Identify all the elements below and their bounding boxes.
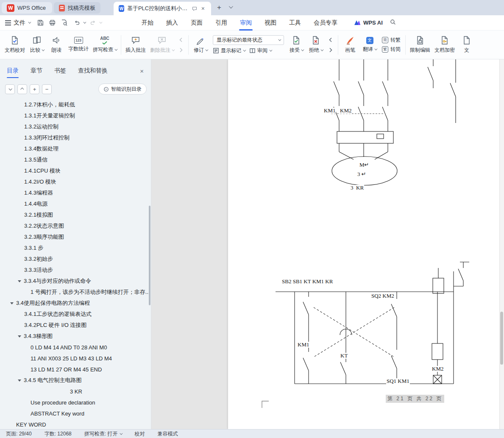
toc-item[interactable]: 1.4.3编程器 (0, 187, 149, 198)
toc-item[interactable]: 1.3.4数据处理 (0, 143, 149, 154)
toc-item[interactable]: ABSTRACT Key word (0, 408, 149, 419)
toc-item[interactable]: 3.4使用起保停电路的方法编程 (0, 298, 149, 309)
menu-tab-view[interactable]: 视图 (258, 15, 283, 31)
word-count-indicator[interactable]: 字数: 12068 (45, 430, 72, 438)
markup-state-dropdown[interactable]: 显示标记的最终状态 (213, 35, 284, 45)
sidebar-tab-find-replace[interactable]: 查找和替换 (78, 67, 108, 75)
toc-item[interactable]: KEY WORD (0, 419, 149, 429)
toc-item[interactable]: 3.3.1 步 (0, 243, 149, 254)
page-indicator[interactable]: 页面: 29/40 (6, 430, 32, 438)
toc-item[interactable]: 3.2.2状态示意图 (0, 220, 149, 232)
zoom-in-button[interactable]: + (30, 84, 39, 94)
next-comment-button[interactable] (177, 46, 185, 54)
toc-item[interactable]: 1.3.1开关量逻辑控制 (0, 110, 149, 121)
expand-arrow-icon[interactable] (10, 302, 14, 304)
toc-item[interactable]: 3.4.1工步状态的逻辑表达式 (0, 309, 149, 320)
file-menu-label: 文件 (14, 19, 25, 27)
insert-comment-button[interactable]: 插入批注 (123, 32, 148, 58)
redo-button[interactable] (87, 17, 101, 28)
menu-tab-home[interactable]: 开始 (135, 15, 160, 31)
word-count-button[interactable]: 123 字数统计 (66, 32, 91, 58)
toc-item[interactable]: Use procedure declaration (0, 397, 149, 408)
print-button[interactable] (47, 17, 58, 28)
sidebar-tab-toc[interactable]: 目录 (7, 67, 19, 75)
toc-item[interactable]: 1.4.2I/O 模块 (0, 176, 149, 187)
tab-list-chevron-icon[interactable] (229, 4, 233, 8)
cutoff-button[interactable]: 文 (457, 32, 476, 58)
close-icon[interactable]: × (200, 5, 206, 12)
toc-item[interactable]: 3.4.3梯形图 (0, 331, 149, 342)
accept-button[interactable]: 接受 (287, 32, 306, 58)
spell-check-button[interactable]: ABC 拼写检查 (91, 32, 119, 58)
doc-proofread-button[interactable]: 文档校对 (3, 32, 27, 58)
toc-item[interactable]: 13 LD M1 27 OR M4 45 END (0, 364, 149, 375)
save-button[interactable] (35, 17, 46, 28)
compat-mode-indicator[interactable]: 兼容模式 (157, 430, 178, 438)
toc-item[interactable]: 3.2.3顺序功能图 (0, 232, 149, 243)
smart-toc-button[interactable]: 智能识别目录 (98, 84, 147, 95)
toc-item[interactable]: 1.3.2运动控制 (0, 121, 149, 132)
toc-item[interactable]: 3.2.1模拟图 (0, 209, 149, 220)
toc-item[interactable]: 3.4.5 电气控制主电路图 (0, 375, 149, 386)
toc-item[interactable]: 3.3.4与步对应的动作或命令 (0, 276, 149, 287)
scrollbar-thumb[interactable] (500, 312, 503, 365)
zoom-out-button[interactable]: − (42, 84, 52, 94)
next-change-button[interactable] (326, 46, 335, 54)
spellcheck-indicator[interactable]: 拼写检查: 打开 (84, 430, 122, 438)
toc-item[interactable]: 0 LD M4 14 AND T0 28 ANI M0 (0, 342, 149, 353)
reject-button[interactable]: 拒绝 (306, 32, 326, 58)
restrict-edit-button[interactable]: 限制编辑 (408, 32, 432, 58)
sidebar-tab-chapters[interactable]: 章节 (31, 67, 42, 75)
tab-wps-office[interactable]: W WPS Office (2, 2, 52, 14)
expand-arrow-icon[interactable] (18, 379, 21, 382)
sidebar-scrollbar-thumb[interactable] (149, 206, 150, 305)
tab-active-document[interactable]: W 基于PLC控制的送料小车控制系 × (114, 2, 211, 15)
menu-tab-page[interactable]: 页面 (184, 15, 209, 31)
menu-tab-insert[interactable]: 插入 (160, 15, 184, 31)
prev-change-button[interactable] (326, 36, 335, 44)
show-markup-button[interactable]: 显示标记 (213, 47, 245, 54)
undo-button[interactable] (71, 17, 85, 28)
toc-item[interactable]: 1 号阀打开，该步为不活动步时继续打开；非存... (0, 287, 149, 298)
pen-button[interactable]: 画笔 (340, 32, 360, 58)
toc-item[interactable]: 1.4.1CPU 模块 (0, 165, 149, 176)
menu-tab-tools[interactable]: 工具 (283, 15, 307, 31)
toc-item[interactable]: 1.2.7体积小，能耗低 (0, 99, 149, 110)
read-aloud-button[interactable]: 朗读 (47, 32, 66, 58)
document-page[interactable]: KM1 KM2 M↵ 3 ↵ 3 KR SB2 SB1 KT KM1 KR SQ… (228, 59, 499, 429)
prev-comment-button[interactable] (177, 36, 185, 44)
to-simplified-button[interactable]: 繁 转简 (382, 46, 401, 53)
track-changes-button[interactable]: 修订 (191, 32, 210, 58)
wps-ai-button[interactable]: WPS AI (354, 20, 383, 26)
menu-tab-member[interactable]: 会员专享 (307, 15, 344, 31)
translate-button[interactable]: 文 翻译 (360, 32, 379, 58)
toc-item[interactable]: 1.3.5通信 (0, 154, 149, 165)
vertical-scrollbar[interactable] (499, 59, 504, 429)
tab-template-doc[interactable]: 找稿壳模板 (54, 2, 100, 14)
delete-comment-button[interactable]: 删除批注 (148, 32, 176, 58)
toc-item[interactable]: 3.3.2初始步 (0, 254, 149, 265)
toc-item[interactable]: 3 KR (0, 386, 149, 397)
to-traditional-button[interactable]: 简 转繁 (382, 36, 401, 44)
menu-tab-review[interactable]: 审阅 (234, 15, 258, 31)
expand-all-button[interactable] (17, 84, 27, 94)
menu-tab-reference[interactable]: 引用 (209, 15, 234, 31)
collapse-all-button[interactable] (5, 84, 15, 94)
toc-item[interactable]: 3.4.2PLC 硬件 I/O 连接图 (0, 320, 149, 331)
toc-item[interactable]: 3.3.3活动步 (0, 265, 149, 276)
sidebar-tab-bookmarks[interactable]: 书签 (54, 67, 66, 75)
toc-item[interactable]: 1.4.4电源 (0, 198, 149, 209)
new-tab-button[interactable]: + (217, 3, 221, 12)
expand-arrow-icon[interactable] (18, 280, 21, 282)
compare-button[interactable]: 比较 (27, 32, 47, 58)
toc-item[interactable]: 1.3.3闭环过程控制 (0, 132, 149, 143)
review-pane-button[interactable]: 审阅 (249, 47, 271, 54)
expand-arrow-icon[interactable] (18, 335, 21, 338)
close-sidebar-icon[interactable]: × (139, 67, 145, 75)
file-menu[interactable]: 文件 (0, 19, 34, 27)
print-preview-button[interactable] (58, 17, 70, 28)
proofread-indicator[interactable]: 校对 (134, 430, 145, 438)
search-button[interactable] (390, 19, 396, 27)
toc-item[interactable]: 11 ANI X003 25 LD M3 43 LD M4 (0, 353, 149, 364)
encrypt-button[interactable]: 文档加密 (432, 32, 457, 58)
